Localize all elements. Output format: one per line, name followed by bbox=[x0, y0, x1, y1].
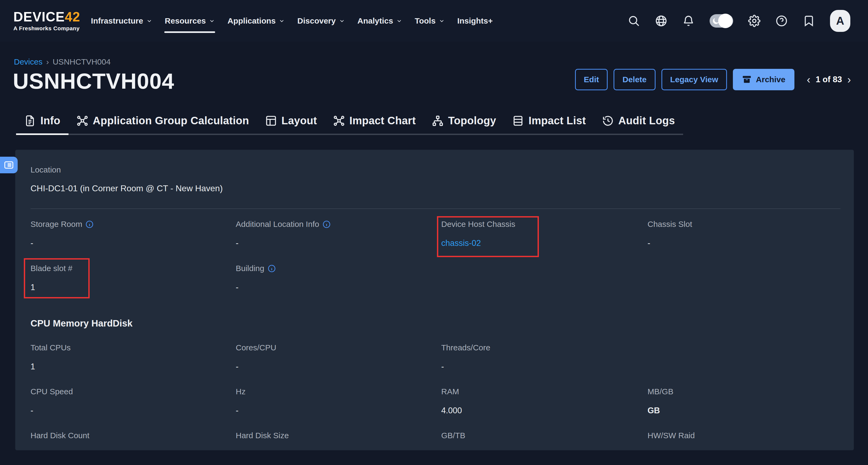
field-value: 1 bbox=[31, 361, 236, 372]
field-cpu-speed: CPU Speed - bbox=[31, 386, 236, 416]
globe-icon[interactable] bbox=[655, 15, 667, 27]
chevron-down-icon bbox=[279, 18, 284, 24]
field-ram: RAM 4.000 bbox=[441, 386, 648, 416]
field-blade-slot: Blade slot # 1 bbox=[31, 263, 236, 292]
field-hard-disk-count: Hard Disk Count bbox=[31, 431, 236, 441]
chevron-down-icon bbox=[397, 18, 402, 24]
main-nav: Infrastructure Resources Applications Di… bbox=[85, 11, 499, 30]
tab-impact-chart[interactable]: Impact Chart bbox=[325, 115, 424, 134]
tab-layout[interactable]: Layout bbox=[257, 115, 325, 134]
field-row: Blade slot # 1 Building - bbox=[31, 263, 843, 292]
field-cores-per-cpu: Cores/CPU - bbox=[236, 343, 441, 372]
stacked-list-icon bbox=[512, 115, 524, 127]
chevron-down-icon bbox=[209, 18, 215, 24]
history-icon bbox=[602, 115, 614, 127]
nav-item-discovery[interactable]: Discovery bbox=[291, 11, 351, 30]
info-icon[interactable] bbox=[322, 220, 331, 229]
topology-icon bbox=[432, 115, 444, 127]
field-value: - bbox=[236, 406, 441, 416]
device-pager: ‹ 1 of 83 › bbox=[807, 74, 851, 85]
toggle-knob bbox=[718, 14, 733, 28]
field-gb-tb: GB/TB bbox=[441, 431, 648, 441]
nav-item-tools[interactable]: Tools bbox=[408, 11, 451, 30]
archive-button[interactable]: Archive bbox=[733, 69, 795, 90]
network-icon bbox=[333, 115, 345, 127]
field-threads-per-core: Threads/Core - bbox=[441, 343, 648, 372]
tab-audit-logs[interactable]: Audit Logs bbox=[594, 115, 683, 134]
search-icon[interactable] bbox=[628, 15, 640, 27]
user-avatar[interactable]: A bbox=[830, 10, 850, 32]
nav-item-insights[interactable]: Insights+ bbox=[451, 11, 499, 30]
location-label: Location bbox=[31, 165, 61, 174]
section-divider bbox=[31, 208, 840, 209]
bookmark-icon[interactable] bbox=[803, 15, 815, 27]
field-hard-disk-size: Hard Disk Size bbox=[236, 431, 441, 441]
field-value: 4.000 bbox=[441, 406, 648, 416]
field-value: - bbox=[236, 282, 441, 292]
field-hz: Hz - bbox=[236, 386, 441, 416]
field-value: GB bbox=[648, 406, 843, 416]
tab-info[interactable]: Info bbox=[16, 115, 68, 134]
help-icon[interactable] bbox=[775, 15, 788, 27]
field-mb-gb: MB/GB GB bbox=[648, 386, 843, 416]
field-value: - bbox=[236, 361, 441, 372]
tab-topology[interactable]: Topology bbox=[424, 115, 504, 134]
bell-icon[interactable] bbox=[682, 15, 694, 27]
cpu-memory-harddisk-header: CPU Memory HardDisk bbox=[31, 318, 132, 329]
archive-icon bbox=[742, 75, 752, 84]
legacy-view-button[interactable]: Legacy View bbox=[661, 69, 727, 90]
field-value: - bbox=[31, 406, 236, 416]
field-chassis-slot: Chassis Slot - bbox=[648, 219, 843, 248]
field-value: - bbox=[236, 238, 441, 248]
device-actions: Edit Delete Legacy View Archive ‹ 1 of 8… bbox=[575, 69, 851, 90]
info-panel: Location CHI-DC1-01 (in Corner Room @ CT… bbox=[15, 150, 854, 450]
field-device-host-chassis: Device Host Chassis chassis-02 bbox=[441, 219, 648, 248]
field-value: 1 bbox=[31, 282, 236, 292]
nav-item-resources[interactable]: Resources bbox=[158, 11, 221, 30]
page-title: USNHCTVH004 bbox=[13, 68, 174, 94]
top-navbar: DEVICE42 A Freshworks Company Infrastruc… bbox=[0, 0, 868, 41]
field-additional-location-info: Additional Location Info - bbox=[236, 219, 441, 248]
delete-button[interactable]: Delete bbox=[614, 69, 655, 90]
field-total-cpus: Total CPUs 1 bbox=[31, 343, 236, 372]
nav-item-analytics[interactable]: Analytics bbox=[351, 11, 408, 30]
field-value: - bbox=[441, 361, 648, 372]
breadcrumb-current: USNHCTVH004 bbox=[53, 57, 111, 66]
info-icon[interactable] bbox=[268, 264, 276, 273]
device42-logo[interactable]: DEVICE42 A Freshworks Company bbox=[13, 10, 80, 32]
nav-item-infrastructure[interactable]: Infrastructure bbox=[85, 11, 158, 30]
field-row: Total CPUs 1 Cores/CPU - Threads/Core - bbox=[31, 343, 843, 372]
edit-button[interactable]: Edit bbox=[575, 69, 608, 90]
field-storage-room: Storage Room - bbox=[31, 219, 236, 248]
network-icon bbox=[76, 115, 88, 127]
chassis-link[interactable]: chassis-02 bbox=[441, 238, 648, 248]
gear-icon[interactable] bbox=[748, 15, 761, 27]
nav-item-applications[interactable]: Applications bbox=[221, 11, 291, 30]
logo-tagline: A Freshworks Company bbox=[13, 25, 80, 32]
section-list-flyout-button[interactable] bbox=[0, 157, 18, 173]
tab-application-group-calculation[interactable]: Application Group Calculation bbox=[68, 115, 257, 134]
chevron-down-icon bbox=[147, 18, 152, 24]
breadcrumb-separator: › bbox=[46, 57, 49, 66]
field-row: Storage Room - Additional Location Info … bbox=[31, 219, 843, 248]
field-row: Hard Disk Count Hard Disk Size GB/TB HW/… bbox=[31, 431, 843, 441]
tab-impact-list[interactable]: Impact List bbox=[504, 115, 594, 134]
navbar-utilities: ✦ A bbox=[628, 10, 850, 32]
pager-label: 1 of 83 bbox=[815, 75, 842, 84]
field-value: - bbox=[648, 238, 843, 248]
breadcrumb-devices-link[interactable]: Devices bbox=[14, 57, 42, 66]
location-value: CHI-DC1-01 (in Corner Room @ CT - New Ha… bbox=[31, 183, 223, 194]
next-device-icon[interactable]: › bbox=[847, 74, 851, 85]
chevron-down-icon bbox=[439, 18, 444, 24]
logo-text: DEVICE42 bbox=[13, 10, 80, 24]
dark-mode-toggle[interactable]: ✦ bbox=[710, 14, 733, 28]
layout-icon bbox=[265, 115, 277, 127]
chevron-down-icon bbox=[339, 18, 345, 24]
list-icon bbox=[4, 160, 14, 170]
info-icon[interactable] bbox=[85, 220, 94, 229]
field-value: - bbox=[31, 238, 236, 248]
device-tabs: Info Application Group Calculation Layou… bbox=[16, 115, 683, 135]
prev-device-icon[interactable]: ‹ bbox=[807, 74, 810, 85]
field-row: CPU Speed - Hz - RAM 4.000 MB/GB GB bbox=[31, 386, 843, 416]
info-document-icon bbox=[24, 115, 36, 127]
